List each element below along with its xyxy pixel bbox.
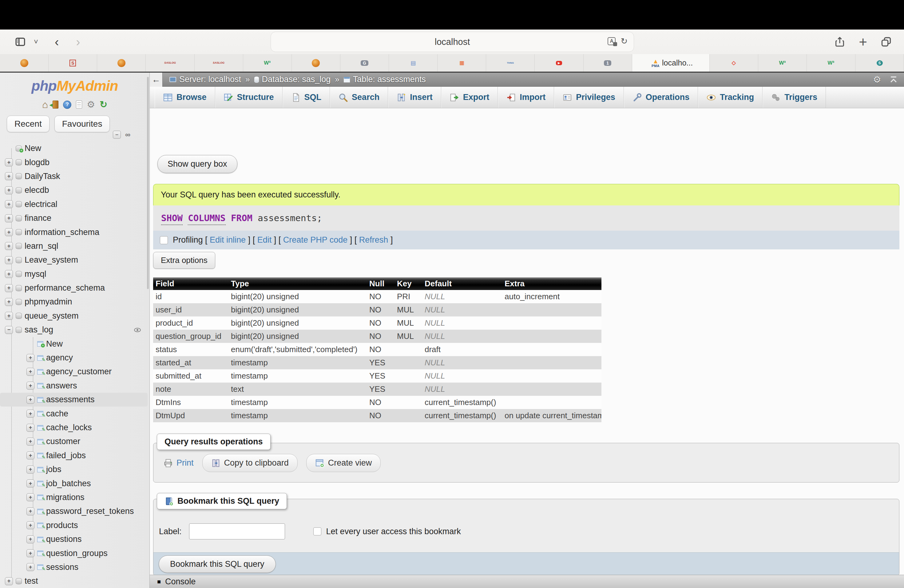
sidebar-tree-item[interactable]: + jobs bbox=[0, 463, 148, 476]
show-query-box-button[interactable]: Show query box bbox=[157, 155, 237, 173]
pma-nav-tab[interactable]: Browse bbox=[155, 87, 215, 108]
sidebar-tree-item[interactable]: + assessments bbox=[0, 393, 148, 406]
sidebar-tab[interactable]: Favourites bbox=[54, 115, 110, 132]
expander-icon[interactable]: + bbox=[27, 409, 35, 417]
expander-icon[interactable]: + bbox=[5, 200, 13, 208]
sidebar-tree-item[interactable]: + DailyTask bbox=[0, 169, 148, 183]
browser-tab[interactable]: SASLOG bbox=[146, 54, 194, 72]
expander-icon[interactable]: + bbox=[5, 312, 13, 320]
logout-icon[interactable] bbox=[52, 101, 58, 109]
forward-icon[interactable]: › bbox=[76, 36, 80, 48]
browser-tab[interactable]: ◇ bbox=[710, 54, 758, 72]
browser-tab[interactable]: G bbox=[340, 54, 389, 72]
expander-icon[interactable]: + bbox=[27, 452, 35, 460]
share-icon[interactable] bbox=[834, 36, 845, 47]
breadcrumb-item[interactable]: Database: sas_log bbox=[254, 75, 331, 84]
sidebar-tree-item[interactable]: + test bbox=[0, 574, 148, 588]
settings-gear-icon[interactable]: ⚙ bbox=[87, 100, 95, 109]
expander-icon[interactable]: + bbox=[27, 382, 35, 390]
sidebar-tree-item[interactable]: + mysql bbox=[0, 267, 148, 281]
expander-icon[interactable]: + bbox=[5, 256, 13, 264]
expander-icon[interactable]: + bbox=[27, 507, 35, 515]
console-bar[interactable]: ■ Console bbox=[150, 575, 904, 588]
expander-icon[interactable]: + bbox=[27, 368, 35, 376]
bookmark-label-input[interactable] bbox=[189, 523, 285, 539]
sidebar-tree-item[interactable]: + information_schema bbox=[0, 225, 148, 239]
profiling-segment[interactable]: Profiling [ bbox=[173, 235, 210, 245]
profiling-segment[interactable]: ] bbox=[388, 235, 393, 245]
sidebar-toggle-icon[interactable] bbox=[15, 36, 26, 47]
expander-icon[interactable]: + bbox=[27, 466, 35, 474]
profiling-segment[interactable]: ] [ bbox=[348, 235, 359, 245]
sidebar-tree-item[interactable]: New bbox=[0, 141, 148, 155]
sidebar-scrollbar[interactable] bbox=[147, 77, 149, 289]
sidebar-tree-item[interactable]: + phpmyadmin bbox=[0, 295, 148, 309]
browser-tab[interactable]: W³ bbox=[758, 54, 807, 72]
sidebar-tree-item[interactable]: + question_groups bbox=[0, 546, 148, 560]
sidebar-tree-item[interactable]: + queue_system bbox=[0, 309, 148, 323]
tab-overview-icon[interactable] bbox=[880, 36, 892, 47]
documentation-icon[interactable] bbox=[76, 101, 82, 109]
expander-icon[interactable]: + bbox=[5, 214, 13, 222]
pma-nav-tab[interactable]: Insert bbox=[388, 87, 441, 108]
extra-options-button[interactable]: Extra options bbox=[153, 252, 215, 269]
browser-tab[interactable] bbox=[0, 54, 49, 72]
new-tab-icon[interactable]: + bbox=[859, 35, 867, 49]
back-icon[interactable]: ‹ bbox=[55, 36, 59, 48]
sidebar-tree-item[interactable]: + agency bbox=[0, 351, 148, 365]
sidebar-tree-item[interactable]: − sas_log bbox=[0, 323, 148, 337]
browser-tab[interactable]: W³ bbox=[807, 54, 855, 72]
sidebar-tree-item[interactable]: + job_batches bbox=[0, 476, 148, 490]
bookmark-access-checkbox[interactable] bbox=[313, 528, 321, 536]
breadcrumb-item[interactable]: Server: localhost bbox=[169, 75, 241, 84]
pma-nav-tab[interactable]: SQL bbox=[283, 87, 330, 108]
profiling-segment[interactable]: Refresh bbox=[359, 235, 388, 245]
sidebar-tree-item[interactable]: + elecdb bbox=[0, 183, 148, 197]
sidebar-tree-item[interactable]: + customer bbox=[0, 435, 148, 448]
sidebar-tree-item[interactable]: + cache_locks bbox=[0, 421, 148, 435]
link-icon[interactable]: ∞ bbox=[125, 130, 130, 139]
sidebar-tree-item[interactable]: + failed_jobs bbox=[0, 449, 148, 463]
expander-icon[interactable]: + bbox=[27, 438, 35, 446]
sidebar-tree-item[interactable]: + blogdb bbox=[0, 155, 148, 169]
profiling-segment[interactable]: Create PHP code bbox=[283, 235, 348, 245]
pma-nav-tab[interactable]: Operations bbox=[624, 87, 698, 108]
collapse-top-icon[interactable] bbox=[889, 75, 898, 84]
expander-icon[interactable]: + bbox=[27, 396, 35, 404]
breadcrumb-item[interactable]: Table: assessments bbox=[344, 75, 426, 84]
sidebar-tree-item[interactable]: + sessions bbox=[0, 560, 148, 574]
expander-icon[interactable]: + bbox=[5, 172, 13, 180]
back-button[interactable]: ← bbox=[150, 73, 163, 87]
sidebar-tree-item[interactable]: + agency_customer bbox=[0, 365, 148, 379]
browser-tab[interactable]: ▦ bbox=[438, 54, 486, 72]
eye-icon[interactable] bbox=[134, 328, 141, 332]
expander-icon[interactable]: + bbox=[27, 563, 35, 571]
expander-icon[interactable]: + bbox=[27, 536, 35, 544]
browser-tab[interactable]: SASLOG bbox=[194, 54, 243, 72]
pma-nav-tab[interactable]: Tracking bbox=[698, 87, 763, 108]
browser-tab[interactable]: 1 bbox=[583, 54, 632, 72]
sidebar-tree-item[interactable]: + learn_sql bbox=[0, 239, 148, 253]
browser-tab[interactable]: ▤ bbox=[389, 54, 438, 72]
expander-icon[interactable]: + bbox=[5, 298, 13, 306]
expander-icon[interactable]: + bbox=[5, 284, 13, 292]
expander-icon[interactable]: + bbox=[5, 187, 13, 194]
bookmark-submit-button[interactable]: Bookmark this SQL query bbox=[159, 555, 276, 573]
browser-tab[interactable]: ▲ PMA localho... bbox=[632, 54, 710, 72]
browser-tab[interactable]: ▶ bbox=[535, 54, 583, 72]
page-settings-gear-icon[interactable]: ⚙ bbox=[873, 74, 881, 85]
sidebar-tree-item[interactable]: + password_reset_tokens bbox=[0, 504, 148, 518]
profiling-segment[interactable]: ] [ bbox=[246, 235, 258, 245]
browser-tab[interactable] bbox=[97, 54, 146, 72]
pma-nav-tab[interactable]: Triggers bbox=[763, 87, 826, 108]
browser-tab[interactable]: S bbox=[855, 54, 904, 72]
expander-icon[interactable]: + bbox=[5, 228, 13, 236]
sidebar-tree-item[interactable]: + performance_schema bbox=[0, 281, 148, 295]
pma-nav-tab[interactable]: Export bbox=[441, 87, 498, 108]
sidebar-tree-item[interactable]: + cache bbox=[0, 406, 148, 420]
expander-icon[interactable]: − bbox=[5, 326, 13, 334]
collapse-all-icon[interactable]: − bbox=[113, 131, 121, 139]
pma-nav-tab[interactable]: Structure bbox=[215, 87, 283, 108]
reload-icon[interactable]: ↻ bbox=[621, 36, 627, 46]
browser-tab[interactable]: THNG bbox=[486, 54, 535, 72]
